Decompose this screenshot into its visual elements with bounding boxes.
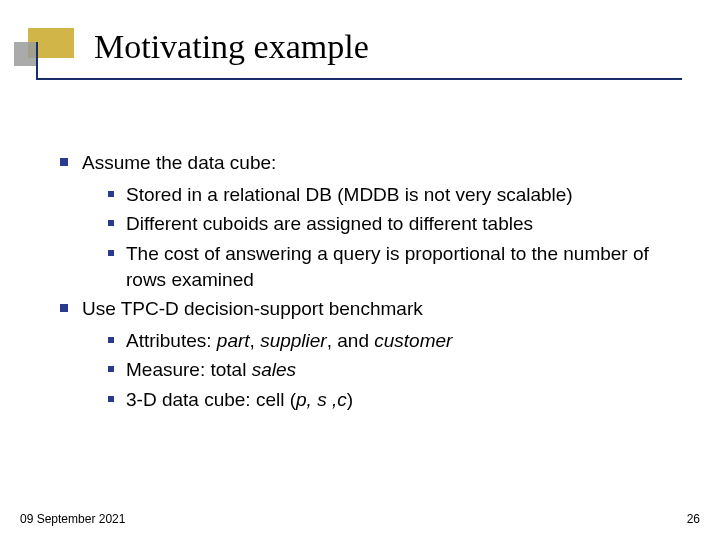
- bullet-text: Measure: total sales: [126, 357, 680, 383]
- decor-vline: [36, 42, 38, 78]
- bullet-icon: [60, 304, 68, 312]
- italic: supplier: [260, 330, 327, 351]
- bullet-l2: Stored in a relational DB (MDDB is not v…: [108, 182, 680, 208]
- bullet-text: The cost of answering a query is proport…: [126, 241, 680, 292]
- slide: Motivating example Assume the data cube:…: [0, 0, 720, 540]
- bullet-icon: [60, 158, 68, 166]
- bullet-l2: 3-D data cube: cell (p, s ,c): [108, 387, 680, 413]
- decor-hline: [36, 78, 682, 80]
- bullet-icon: [108, 366, 114, 372]
- text: Measure: total: [126, 359, 252, 380]
- footer-page-number: 26: [687, 512, 700, 526]
- bullet-text: Assume the data cube:: [82, 150, 680, 176]
- bullet-l2: Different cuboids are assigned to differ…: [108, 211, 680, 237]
- bullet-icon: [108, 220, 114, 226]
- italic: p, s ,c: [296, 389, 347, 410]
- bullet-text: Attributes: part, supplier, and customer: [126, 328, 680, 354]
- italic: sales: [252, 359, 296, 380]
- bullet-text: Different cuboids are assigned to differ…: [126, 211, 680, 237]
- text: 3-D data cube: cell (: [126, 389, 296, 410]
- slide-title: Motivating example: [94, 28, 369, 66]
- bullet-icon: [108, 191, 114, 197]
- italic: part: [217, 330, 250, 351]
- footer-date: 09 September 2021: [20, 512, 125, 526]
- bullet-text: 3-D data cube: cell (p, s ,c): [126, 387, 680, 413]
- bullet-l1: Assume the data cube:: [60, 150, 680, 176]
- bullet-text: Stored in a relational DB (MDDB is not v…: [126, 182, 680, 208]
- text: , and: [327, 330, 375, 351]
- bullet-l1: Use TPC-D decision-support benchmark: [60, 296, 680, 322]
- bullet-icon: [108, 250, 114, 256]
- bullet-l2: Attributes: part, supplier, and customer: [108, 328, 680, 354]
- decor-gray-box: [14, 42, 38, 66]
- bullet-icon: [108, 337, 114, 343]
- bullet-icon: [108, 396, 114, 402]
- slide-body: Assume the data cube: Stored in a relati…: [60, 150, 680, 417]
- bullet-l2: The cost of answering a query is proport…: [108, 241, 680, 292]
- italic: customer: [374, 330, 452, 351]
- bullet-l2: Measure: total sales: [108, 357, 680, 383]
- bullet-text: Use TPC-D decision-support benchmark: [82, 296, 680, 322]
- text: ,: [250, 330, 261, 351]
- text: ): [347, 389, 353, 410]
- text: Attributes:: [126, 330, 217, 351]
